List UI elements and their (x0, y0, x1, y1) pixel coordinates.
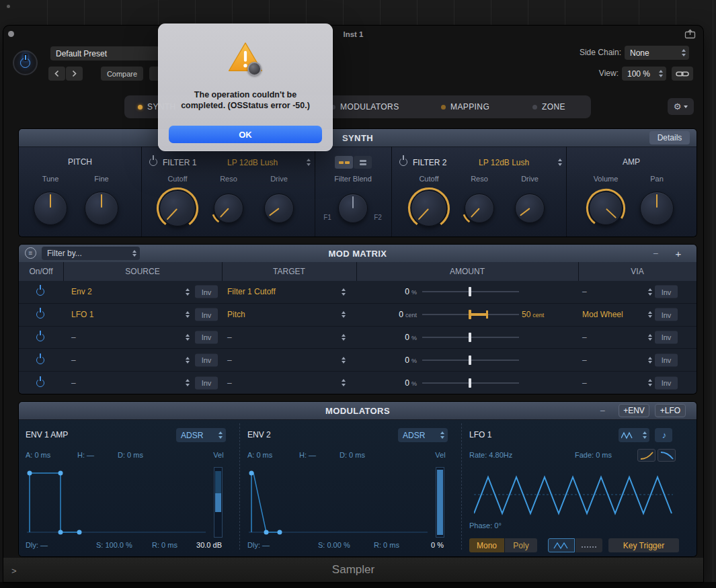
tab-mapping[interactable]: MAPPING (441, 95, 489, 118)
tune-knob[interactable] (34, 192, 67, 225)
env1-delay[interactable]: Dly: — (26, 541, 48, 549)
link-button[interactable] (672, 67, 693, 81)
via-invert-button[interactable]: Inv (655, 353, 678, 366)
env1-release[interactable]: R: 0 ms (152, 541, 177, 549)
env2-attack[interactable]: A: 0 ms (247, 451, 272, 459)
lfo-shape-stepped-button[interactable] (575, 538, 602, 552)
via-invert-button[interactable]: Inv (655, 376, 678, 389)
env2-envelope-graph[interactable] (247, 467, 430, 538)
lfo1-rate[interactable]: Rate: 4.80Hz (469, 451, 512, 459)
view-zoom-dropdown[interactable]: 100 % (622, 67, 666, 81)
via-invert-button[interactable]: Inv (655, 308, 678, 321)
env2-sustain[interactable]: S: 0.00 % (318, 541, 350, 549)
source-dropdown[interactable]: Env 2 (71, 287, 190, 296)
env2-hold[interactable]: H: — (299, 451, 316, 459)
env1-attack[interactable]: A: 0 ms (26, 451, 50, 459)
env1-mode-dropdown[interactable]: ADSR (176, 428, 226, 442)
next-preset-button[interactable] (66, 67, 83, 81)
env1-level-readout[interactable]: 30.0 dB (180, 541, 222, 549)
ok-button[interactable]: OK (169, 126, 322, 143)
env1-decay[interactable]: D: 0 ms (118, 451, 143, 459)
lfo-poly-button[interactable]: Poly (505, 538, 537, 552)
filter2-cutoff-knob[interactable] (411, 190, 447, 226)
source-invert-button[interactable]: Inv (195, 286, 218, 298)
via-dropdown[interactable]: – (582, 378, 652, 388)
key-trigger-button[interactable]: Key Trigger (608, 538, 679, 552)
source-dropdown[interactable]: – (71, 333, 190, 342)
amount-slider[interactable] (422, 309, 519, 320)
filter-routing-series-button[interactable] (335, 156, 353, 169)
lfo-shape-continuous-button[interactable] (548, 538, 575, 552)
fade-in-curve-button[interactable] (637, 449, 655, 462)
filter2-power-button[interactable] (399, 158, 407, 166)
row-power-button[interactable] (36, 288, 44, 296)
side-chain-dropdown[interactable]: None (625, 46, 689, 60)
filter-routing-parallel-button[interactable] (354, 156, 372, 169)
fade-out-curve-button[interactable] (658, 449, 676, 462)
target-dropdown[interactable]: Filter 1 Cutoff (227, 287, 346, 296)
target-dropdown[interactable]: Pitch (227, 310, 346, 319)
lfo-note-sync-button[interactable]: ♪ (655, 428, 672, 442)
via-dropdown[interactable]: – (582, 287, 652, 296)
target-dropdown[interactable]: – (227, 378, 346, 388)
add-mod-route-button[interactable]: + (671, 247, 686, 259)
amount-slider[interactable] (422, 355, 519, 366)
filter2-type-dropdown[interactable]: LP 12dB Lush (479, 156, 562, 169)
env2-decay[interactable]: D: 0 ms (340, 451, 365, 459)
pan-knob[interactable] (640, 192, 674, 225)
source-dropdown[interactable]: – (71, 378, 190, 388)
amount-slider[interactable] (422, 286, 519, 297)
filter2-reso-knob[interactable] (465, 194, 494, 223)
env1-envelope-graph[interactable] (26, 467, 208, 538)
env1-sustain[interactable]: S: 100.0 % (96, 541, 132, 549)
lfo-mono-button[interactable]: Mono (469, 538, 504, 552)
tab-zone[interactable]: ZONE (532, 95, 565, 118)
env1-hold[interactable]: H: — (77, 451, 94, 459)
via-dropdown[interactable]: – (582, 355, 652, 365)
env1-velocity-slider[interactable] (214, 467, 223, 538)
env2-level-readout[interactable]: 0 % (402, 541, 444, 549)
source-dropdown[interactable]: LFO 1 (71, 310, 190, 319)
previous-preset-button[interactable] (48, 67, 65, 81)
lfo1-phase[interactable]: Phase: 0° (469, 521, 502, 530)
via-dropdown[interactable]: Mod Wheel (582, 310, 652, 319)
row-power-button[interactable] (36, 356, 44, 364)
popout-window-icon[interactable] (684, 29, 696, 42)
source-invert-button[interactable]: Inv (195, 331, 218, 343)
filter1-drive-knob[interactable] (264, 194, 294, 223)
filter1-reso-knob[interactable] (214, 194, 243, 223)
via-dropdown[interactable]: – (582, 333, 652, 342)
amount-slider[interactable] (422, 378, 519, 388)
filter1-power-button[interactable] (149, 158, 157, 166)
lfo-waveform-dropdown[interactable] (619, 428, 649, 442)
row-power-button[interactable] (36, 379, 44, 387)
env2-velocity-slider[interactable] (436, 467, 444, 538)
filter1-cutoff-knob[interactable] (159, 190, 196, 226)
via-invert-button[interactable]: Inv (655, 286, 678, 298)
tab-modulators[interactable]: MODULATORS (331, 95, 399, 118)
target-dropdown[interactable]: – (227, 333, 346, 342)
row-power-button[interactable] (36, 333, 44, 341)
add-env-button[interactable]: +ENV (619, 404, 649, 417)
source-invert-button[interactable]: Inv (195, 308, 218, 321)
fine-knob[interactable] (85, 192, 118, 225)
filter-blend-knob[interactable] (338, 194, 368, 223)
amount-slider[interactable] (422, 332, 519, 343)
target-dropdown[interactable]: – (227, 355, 346, 365)
footer-expand-chevron-icon[interactable]: > (11, 566, 17, 576)
via-invert-button[interactable]: Inv (655, 331, 678, 343)
env2-release[interactable]: R: 0 ms (374, 541, 399, 549)
settings-menu-button[interactable]: ⚙ (668, 98, 694, 115)
remove-mod-route-button[interactable]: − (648, 247, 663, 259)
filter1-type-dropdown[interactable]: LP 12dB Lush (227, 156, 311, 169)
env2-mode-dropdown[interactable]: ADSR (398, 428, 448, 442)
details-button[interactable]: Details (649, 131, 690, 144)
volume-knob[interactable] (589, 192, 623, 225)
add-lfo-button[interactable]: +LFO (655, 404, 686, 417)
compare-button[interactable]: Compare (101, 67, 143, 81)
source-dropdown[interactable]: – (71, 355, 190, 365)
plugin-power-button[interactable] (13, 50, 38, 75)
source-invert-button[interactable]: Inv (195, 353, 218, 366)
preset-dropdown[interactable]: Default Preset (50, 46, 159, 60)
filter2-drive-knob[interactable] (515, 194, 545, 223)
